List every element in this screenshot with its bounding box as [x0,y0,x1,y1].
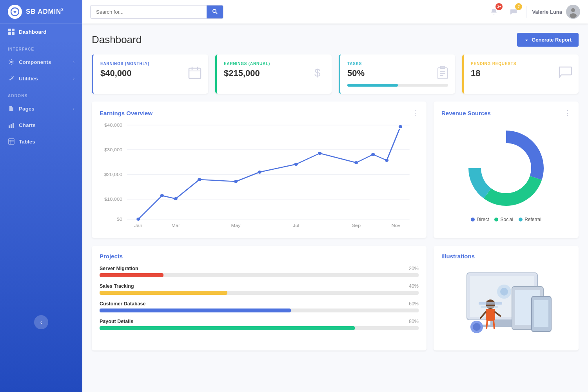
project-header-1: Sales Tracking 40% [100,283,419,289]
svg-rect-66 [534,300,548,327]
project-row-0: Server Migration 20% [100,266,419,277]
stat-label-pending: PENDING REQUESTS [471,62,572,66]
donut-legend: Direct Social Referral [471,217,541,222]
svg-text:Mar: Mar [171,223,180,228]
illustrations-image [441,265,571,343]
alerts-button[interactable]: 3+ [487,5,501,19]
revenue-chart-title: Revenue Sources [441,110,491,116]
utilities-icon [8,75,15,82]
tasks-progress-fill [347,84,398,87]
project-bar-fill-2 [100,309,291,312]
svg-text:Jul: Jul [293,223,299,228]
user-avatar [566,5,580,19]
svg-rect-8 [13,123,14,128]
charts-row: Earnings Overview ⋮ $40,000 $30,000 [92,102,579,238]
stat-value-monthly: $40,000 [100,68,201,78]
page-title: Dashboard [92,34,142,46]
svg-point-47 [198,178,201,181]
legend-direct: Direct [471,217,489,222]
sidebar-section-interface: INTERFACE [0,40,82,54]
project-name-1: Sales Tracking [100,283,134,289]
comment-icon [558,66,572,82]
social-dot [494,218,498,221]
svg-rect-18 [189,68,201,78]
svg-point-74 [473,323,481,331]
earnings-chart-title: Earnings Overview [100,110,152,116]
search-button[interactable] [207,5,223,18]
topbar-right: 3+ 7 Valerie Luna [487,5,580,19]
charts-label: Charts [19,122,36,128]
brand-name: SB ADMIN2 [26,7,64,16]
svg-point-48 [234,180,238,183]
project-bar-bg-2 [100,309,419,312]
generate-report-button[interactable]: Generate Report [517,33,579,47]
project-name-3: Payout Details [100,319,133,324]
project-bar-fill-3 [100,326,355,330]
svg-text:Jan: Jan [134,223,143,228]
earnings-chart-menu[interactable]: ⋮ [412,109,419,117]
legend-referral: Referral [519,217,541,222]
svg-text:$10,000: $10,000 [104,197,123,202]
svg-point-50 [294,163,298,166]
svg-rect-3 [8,32,11,35]
svg-text:$30,000: $30,000 [104,147,123,152]
alerts-badge: 3+ [495,3,503,10]
tables-icon [8,138,15,145]
svg-point-52 [354,161,358,164]
topbar: 3+ 7 Valerie Luna [82,0,588,24]
project-name-2: Customer Database [100,301,145,307]
earnings-overview-card: Earnings Overview ⋮ $40,000 $30,000 [92,102,426,238]
projects-card: Projects Server Migration 20% Sales Trac… [92,246,426,350]
project-bar-bg-3 [100,326,419,330]
tasks-progress-bg [347,84,448,87]
stat-value-tasks: 50% [347,68,448,78]
earnings-chart-header: Earnings Overview ⋮ [100,109,419,117]
topbar-divider [526,6,526,18]
sidebar: SB ADMIN2 Dashboard INTERFACE Components… [0,0,82,392]
project-pct-2: 60% [409,301,419,307]
project-header-3: Payout Details 80% [100,319,419,324]
user-name: Valerie Luna [532,9,562,15]
donut-chart-area: Direct Social Referral [441,121,571,226]
main-area: 3+ 7 Valerie Luna Dashboard Generate Rep… [82,0,588,392]
sidebar-item-components[interactable]: Components › [0,54,82,70]
sidebar-item-dashboard[interactable]: Dashboard [0,24,82,40]
svg-text:$40,000: $40,000 [104,123,123,128]
svg-point-5 [10,61,13,63]
svg-point-44 [136,218,140,221]
generate-btn-label: Generate Report [532,37,572,43]
svg-text:$: $ [314,67,321,79]
project-header-2: Customer Database 60% [100,301,419,307]
dashboard-label: Dashboard [19,29,47,35]
sidebar-item-tables[interactable]: Tables [0,133,82,150]
sidebar-section-addons: ADDONS [0,87,82,100]
pages-icon [8,105,15,112]
components-icon [8,58,15,65]
brand-logo [8,5,22,19]
search-input[interactable] [91,6,207,18]
content-area: Dashboard Generate Report EARNINGS (MONT… [82,24,588,392]
search-wrapper [90,5,223,19]
bottom-row: Projects Server Migration 20% Sales Trac… [92,246,579,350]
revenue-chart-header: Revenue Sources ⋮ [441,109,571,117]
stat-label-tasks: TASKS [347,62,448,66]
svg-point-76 [500,288,508,296]
svg-point-55 [398,125,403,129]
clipboard-icon [436,65,449,83]
svg-line-72 [494,321,494,328]
project-name-0: Server Migration [100,266,138,271]
sidebar-item-charts[interactable]: Charts [0,117,82,133]
project-pct-1: 40% [409,283,419,289]
sidebar-item-pages[interactable]: Pages › [0,100,82,117]
messages-button[interactable]: 7 [506,5,521,19]
svg-point-53 [371,153,375,156]
sidebar-brand[interactable]: SB ADMIN2 [0,0,82,24]
svg-point-46 [174,197,178,200]
sidebar-item-utilities[interactable]: Utilities › [0,70,82,87]
topbar-user[interactable]: Valerie Luna [532,5,580,19]
revenue-chart-menu[interactable]: ⋮ [564,109,571,117]
stat-value-annual: $215,000 [224,68,325,78]
components-chevron: › [73,60,74,64]
project-pct-0: 20% [409,266,419,271]
sidebar-collapse-button[interactable]: ‹ [34,315,48,329]
